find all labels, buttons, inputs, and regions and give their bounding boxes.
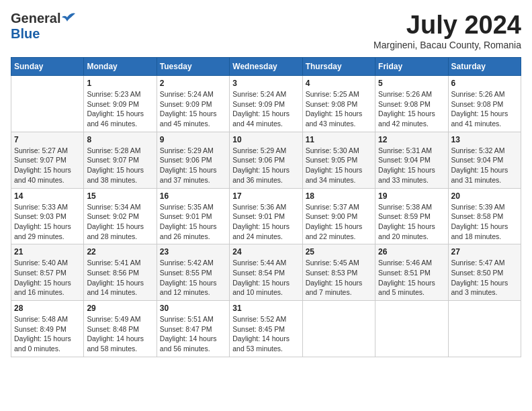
calendar-cell	[302, 301, 375, 357]
weekday-header: Sunday	[11, 58, 84, 76]
day-info: Sunrise: 5:26 AM Sunset: 9:08 PM Dayligh…	[451, 89, 518, 129]
location-subtitle: Margineni, Bacau County, Romania	[373, 40, 521, 50]
calendar-cell: 18Sunrise: 5:37 AM Sunset: 9:00 PM Dayli…	[302, 188, 375, 244]
day-info: Sunrise: 5:31 AM Sunset: 9:04 PM Dayligh…	[378, 146, 445, 185]
calendar-cell: 10Sunrise: 5:29 AM Sunset: 9:06 PM Dayli…	[230, 132, 302, 188]
day-number: 14	[14, 191, 81, 201]
calendar-cell: 11Sunrise: 5:30 AM Sunset: 9:05 PM Dayli…	[302, 132, 375, 188]
day-number: 19	[378, 191, 445, 201]
day-number: 2	[160, 79, 226, 88]
day-info: Sunrise: 5:38 AM Sunset: 8:59 PM Dayligh…	[378, 202, 445, 242]
day-number: 30	[160, 304, 226, 313]
day-info: Sunrise: 5:45 AM Sunset: 8:53 PM Dayligh…	[306, 258, 372, 298]
day-info: Sunrise: 5:25 AM Sunset: 9:08 PM Dayligh…	[306, 89, 372, 129]
day-info: Sunrise: 5:49 AM Sunset: 8:48 PM Dayligh…	[87, 314, 153, 354]
day-info: Sunrise: 5:34 AM Sunset: 9:02 PM Dayligh…	[87, 202, 153, 242]
day-number: 31	[232, 304, 299, 313]
day-info: Sunrise: 5:33 AM Sunset: 9:03 PM Dayligh…	[14, 202, 81, 242]
day-info: Sunrise: 5:28 AM Sunset: 9:07 PM Dayligh…	[87, 146, 153, 185]
calendar-cell: 25Sunrise: 5:45 AM Sunset: 8:53 PM Dayli…	[302, 244, 375, 301]
page-header: General Blue July 2024 Margineni, Bacau …	[11, 11, 521, 50]
calendar-cell: 24Sunrise: 5:44 AM Sunset: 8:54 PM Dayli…	[230, 244, 302, 301]
day-info: Sunrise: 5:23 AM Sunset: 9:09 PM Dayligh…	[87, 89, 153, 129]
day-info: Sunrise: 5:44 AM Sunset: 8:54 PM Dayligh…	[232, 258, 299, 298]
calendar-cell: 31Sunrise: 5:52 AM Sunset: 8:45 PM Dayli…	[230, 301, 302, 357]
calendar-cell: 23Sunrise: 5:42 AM Sunset: 8:55 PM Dayli…	[157, 244, 229, 301]
calendar-week-row: 21Sunrise: 5:40 AM Sunset: 8:57 PM Dayli…	[11, 244, 521, 301]
day-number: 26	[378, 247, 445, 257]
day-number: 15	[87, 191, 153, 201]
day-number: 29	[87, 304, 153, 313]
calendar-cell: 6Sunrise: 5:26 AM Sunset: 9:08 PM Daylig…	[448, 76, 521, 132]
calendar-cell: 1Sunrise: 5:23 AM Sunset: 9:09 PM Daylig…	[84, 76, 157, 132]
day-number: 25	[306, 247, 372, 257]
weekday-header: Monday	[84, 58, 157, 76]
day-number: 5	[378, 79, 445, 88]
calendar-cell: 13Sunrise: 5:32 AM Sunset: 9:04 PM Dayli…	[448, 132, 521, 188]
calendar-week-row: 14Sunrise: 5:33 AM Sunset: 9:03 PM Dayli…	[11, 188, 521, 244]
day-info: Sunrise: 5:41 AM Sunset: 8:56 PM Dayligh…	[87, 258, 153, 298]
day-number: 16	[160, 191, 226, 201]
day-number: 4	[306, 79, 372, 88]
calendar-cell: 9Sunrise: 5:29 AM Sunset: 9:06 PM Daylig…	[157, 132, 229, 188]
day-info: Sunrise: 5:29 AM Sunset: 9:06 PM Dayligh…	[160, 146, 226, 185]
day-number: 13	[451, 135, 518, 144]
day-info: Sunrise: 5:24 AM Sunset: 9:09 PM Dayligh…	[160, 89, 226, 129]
calendar-cell: 3Sunrise: 5:24 AM Sunset: 9:09 PM Daylig…	[230, 76, 302, 132]
calendar-cell: 16Sunrise: 5:35 AM Sunset: 9:01 PM Dayli…	[157, 188, 229, 244]
calendar-cell: 28Sunrise: 5:48 AM Sunset: 8:49 PM Dayli…	[11, 301, 84, 357]
day-number: 20	[451, 191, 518, 201]
day-info: Sunrise: 5:36 AM Sunset: 9:01 PM Dayligh…	[232, 202, 299, 242]
day-number: 6	[451, 79, 518, 88]
day-number: 1	[87, 79, 153, 88]
day-info: Sunrise: 5:32 AM Sunset: 9:04 PM Dayligh…	[451, 146, 518, 185]
day-number: 11	[306, 135, 372, 144]
day-number: 8	[87, 135, 153, 144]
day-info: Sunrise: 5:37 AM Sunset: 9:00 PM Dayligh…	[306, 202, 372, 242]
weekday-header: Friday	[375, 58, 448, 76]
day-number: 28	[14, 304, 81, 313]
calendar-table: SundayMondayTuesdayWednesdayThursdayFrid…	[11, 57, 521, 357]
logo-general-text: General	[11, 11, 60, 26]
calendar-cell: 30Sunrise: 5:51 AM Sunset: 8:47 PM Dayli…	[157, 301, 229, 357]
weekday-header: Tuesday	[157, 58, 229, 76]
weekday-header: Saturday	[448, 58, 521, 76]
calendar-cell: 26Sunrise: 5:46 AM Sunset: 8:51 PM Dayli…	[375, 244, 448, 301]
weekday-header: Thursday	[302, 58, 375, 76]
day-number: 18	[306, 191, 372, 201]
calendar-cell: 12Sunrise: 5:31 AM Sunset: 9:04 PM Dayli…	[375, 132, 448, 188]
calendar-cell: 27Sunrise: 5:47 AM Sunset: 8:50 PM Dayli…	[448, 244, 521, 301]
calendar-cell	[11, 76, 84, 132]
day-info: Sunrise: 5:40 AM Sunset: 8:57 PM Dayligh…	[14, 258, 81, 298]
calendar-cell	[375, 301, 448, 357]
calendar-cell: 8Sunrise: 5:28 AM Sunset: 9:07 PM Daylig…	[84, 132, 157, 188]
logo-bird-icon	[62, 12, 78, 26]
day-number: 9	[160, 135, 226, 144]
day-info: Sunrise: 5:29 AM Sunset: 9:06 PM Dayligh…	[232, 146, 299, 185]
day-info: Sunrise: 5:39 AM Sunset: 8:58 PM Dayligh…	[451, 202, 518, 242]
calendar-header-row: SundayMondayTuesdayWednesdayThursdayFrid…	[11, 58, 521, 76]
day-info: Sunrise: 5:24 AM Sunset: 9:09 PM Dayligh…	[232, 89, 299, 129]
day-info: Sunrise: 5:46 AM Sunset: 8:51 PM Dayligh…	[378, 258, 445, 298]
calendar-week-row: 1Sunrise: 5:23 AM Sunset: 9:09 PM Daylig…	[11, 76, 521, 132]
day-number: 10	[232, 135, 299, 144]
logo: General Blue	[11, 11, 78, 42]
day-number: 27	[451, 247, 518, 257]
day-number: 22	[87, 247, 153, 257]
calendar-cell: 15Sunrise: 5:34 AM Sunset: 9:02 PM Dayli…	[84, 188, 157, 244]
month-year-title: July 2024	[373, 11, 521, 40]
day-number: 12	[378, 135, 445, 144]
calendar-week-row: 28Sunrise: 5:48 AM Sunset: 8:49 PM Dayli…	[11, 301, 521, 357]
day-info: Sunrise: 5:51 AM Sunset: 8:47 PM Dayligh…	[160, 314, 226, 354]
day-number: 21	[14, 247, 81, 257]
calendar-cell: 20Sunrise: 5:39 AM Sunset: 8:58 PM Dayli…	[448, 188, 521, 244]
day-number: 7	[14, 135, 81, 144]
day-number: 24	[232, 247, 299, 257]
calendar-cell: 19Sunrise: 5:38 AM Sunset: 8:59 PM Dayli…	[375, 188, 448, 244]
weekday-header: Wednesday	[230, 58, 302, 76]
day-number: 23	[160, 247, 226, 257]
calendar-cell: 14Sunrise: 5:33 AM Sunset: 9:03 PM Dayli…	[11, 188, 84, 244]
day-number: 3	[232, 79, 299, 88]
calendar-cell: 2Sunrise: 5:24 AM Sunset: 9:09 PM Daylig…	[157, 76, 229, 132]
title-area: July 2024 Margineni, Bacau County, Roman…	[373, 11, 521, 50]
